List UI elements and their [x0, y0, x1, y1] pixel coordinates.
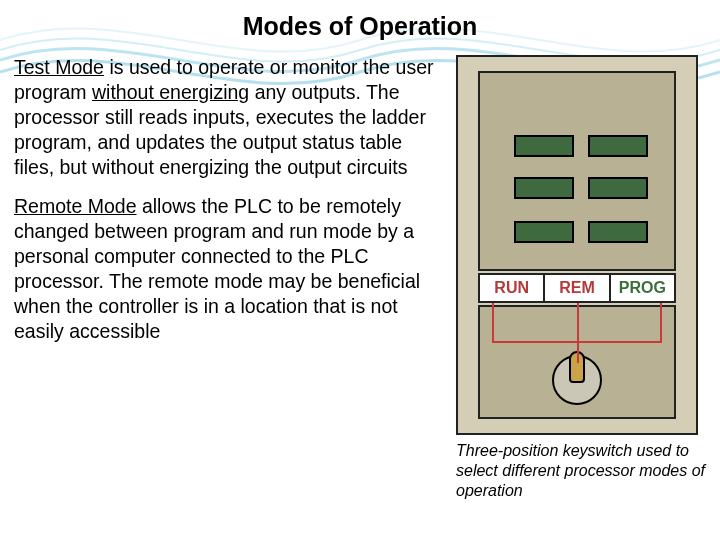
label-run: RUN — [480, 275, 545, 301]
paragraph-remote-mode: Remote Mode allows the PLC to be remotel… — [14, 194, 446, 344]
keyswitch-diagram: RUN REM PROG — [456, 55, 698, 435]
indicator-slot — [588, 135, 648, 157]
text-column: Test Mode is used to operate or monitor … — [14, 55, 446, 501]
indicator-slot — [588, 221, 648, 243]
test-mode-underline-2: without energizing — [92, 81, 249, 103]
wire-to-key — [577, 341, 579, 363]
indicator-slot — [514, 221, 574, 243]
page-title: Modes of Operation — [14, 12, 706, 41]
mode-labels-bar: RUN REM PROG — [478, 273, 676, 303]
wire-run — [492, 303, 494, 343]
wire-rem — [577, 303, 579, 343]
test-mode-label: Test Mode — [14, 56, 104, 78]
diagram-top-panel — [478, 71, 676, 271]
label-rem: REM — [545, 275, 610, 301]
indicator-slot — [514, 135, 574, 157]
remote-mode-label: Remote Mode — [14, 195, 136, 217]
indicator-slot — [588, 177, 648, 199]
label-prog: PROG — [611, 275, 674, 301]
wire-prog — [660, 303, 662, 343]
paragraph-test-mode: Test Mode is used to operate or monitor … — [14, 55, 446, 180]
indicator-slot — [514, 177, 574, 199]
diagram-caption: Three-position keyswitch used to select … — [456, 441, 706, 501]
